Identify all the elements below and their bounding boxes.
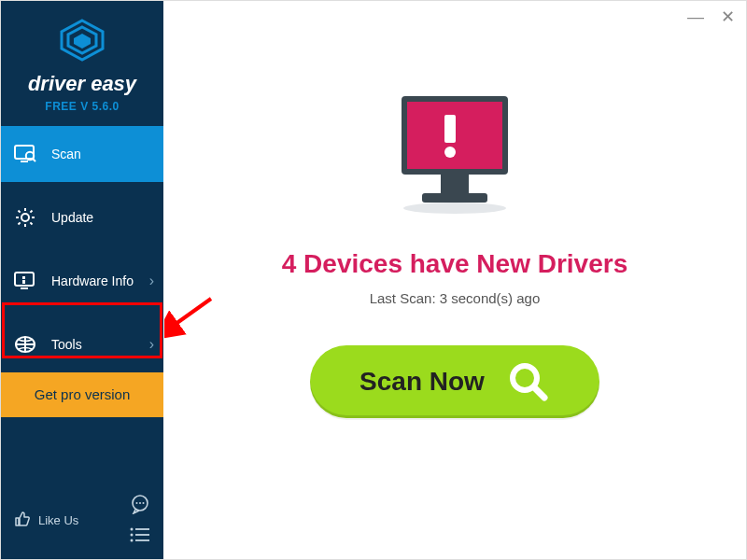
svg-rect-38: [422, 193, 487, 203]
brand-version: FREE V 5.6.0: [1, 100, 163, 113]
minimize-button[interactable]: —: [687, 8, 704, 25]
svg-marker-2: [74, 34, 91, 49]
svg-point-7: [21, 214, 29, 221]
scan-icon: [14, 143, 36, 165]
sidebar-item-label: Hardware Info: [51, 273, 134, 288]
magnifier-icon: [507, 360, 550, 403]
logo-icon: [57, 18, 107, 66]
svg-point-24: [136, 502, 138, 504]
get-pro-button[interactable]: Get pro version: [1, 372, 163, 417]
monitor-alert-icon: [385, 89, 525, 223]
svg-rect-4: [21, 161, 28, 162]
svg-point-26: [143, 502, 145, 504]
sidebar-item-scan[interactable]: Scan: [1, 126, 163, 182]
tools-icon: [14, 333, 36, 356]
like-us-button[interactable]: Like Us: [14, 511, 78, 530]
hardware-info-icon: [14, 270, 36, 292]
chevron-right-icon: ›: [149, 336, 154, 353]
svg-line-12: [19, 211, 21, 213]
sidebar-item-update[interactable]: Update: [1, 189, 163, 245]
svg-point-25: [139, 502, 141, 504]
content: 4 Devices have New Drivers Last Scan: 3 …: [163, 5, 746, 418]
scan-now-label: Scan Now: [359, 367, 485, 397]
svg-rect-18: [22, 276, 25, 279]
svg-rect-19: [22, 280, 25, 284]
svg-point-27: [131, 528, 134, 531]
sidebar-item-label: Scan: [51, 147, 81, 161]
sidebar-item-hardware-info[interactable]: Hardware Info ›: [1, 253, 163, 309]
like-us-label: Like Us: [38, 513, 78, 527]
sidebar: driver easy FREE V 5.6.0 Scan: [1, 1, 163, 559]
thumbs-up-icon: [14, 511, 31, 530]
chevron-right-icon: ›: [149, 273, 154, 289]
window-controls: — ✕: [687, 8, 735, 25]
sidebar-item-label: Tools: [51, 337, 82, 352]
svg-line-41: [534, 387, 544, 398]
close-button[interactable]: ✕: [721, 8, 735, 25]
feedback-icon[interactable]: [130, 494, 150, 518]
svg-point-39: [403, 203, 506, 214]
brand-name: driver easy: [1, 72, 163, 96]
svg-point-29: [131, 534, 134, 537]
svg-line-15: [19, 222, 21, 224]
main-panel: — ✕ 4 Devices have New Drivers Last Scan…: [163, 1, 746, 559]
svg-line-14: [30, 211, 32, 213]
svg-line-6: [33, 159, 35, 161]
gear-icon: [14, 206, 36, 229]
svg-point-31: [131, 539, 134, 542]
svg-rect-17: [21, 287, 28, 289]
svg-point-36: [444, 147, 456, 158]
app-window: driver easy FREE V 5.6.0 Scan: [0, 0, 747, 560]
scan-now-button[interactable]: Scan Now: [310, 345, 599, 418]
logo-area: driver easy FREE V 5.6.0: [1, 1, 163, 126]
sidebar-item-label: Update: [51, 210, 93, 225]
sidebar-item-tools[interactable]: Tools ›: [1, 316, 163, 372]
svg-line-13: [30, 222, 32, 224]
svg-rect-37: [441, 175, 469, 193]
sidebar-bottom: Like Us: [1, 484, 163, 559]
svg-rect-35: [444, 115, 456, 143]
status-headline: 4 Devices have New Drivers: [282, 249, 627, 279]
menu-list-icon[interactable]: [130, 527, 150, 546]
last-scan-text: Last Scan: 3 second(s) ago: [370, 290, 541, 306]
